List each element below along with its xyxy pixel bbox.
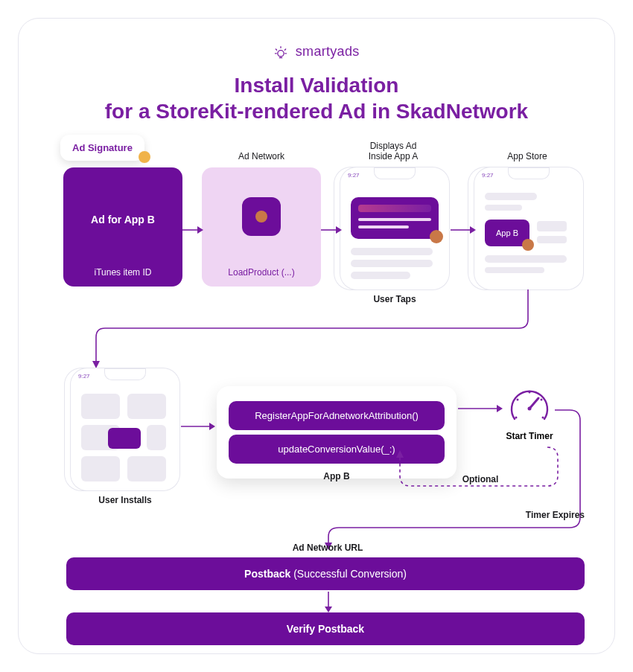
postback-bar: Postback (Successful Conversion): [66, 557, 585, 590]
label-timer-expires: Timer Expires: [465, 510, 585, 520]
dot-icon: [255, 211, 267, 223]
arrow-icon: [321, 225, 342, 234]
ad-for-app-b-box: Ad for App B iTunes item ID: [63, 167, 182, 287]
label-displays-ad: Displays Ad Inside App A: [339, 141, 448, 161]
verify-text: Verify Postback: [287, 623, 364, 635]
connector-timer-expires: [316, 406, 585, 547]
phone-time: 9:27: [348, 172, 360, 179]
ad-creative-icon: [242, 197, 281, 236]
arrow-icon: [451, 225, 476, 234]
load-product-fn: LoadProduct (...): [202, 267, 321, 278]
phone-time: 9:27: [482, 172, 494, 179]
phone-notch-icon: [508, 167, 550, 179]
store-app-b-tile: App B: [485, 220, 529, 246]
tap-dot-icon: [522, 239, 534, 251]
label-user-installs: User Installs: [71, 495, 179, 505]
page-title: Install Validation for a StoreKit-render…: [19, 72, 614, 124]
title-line-2: for a StoreKit-rendered Ad in SkadNetwor…: [19, 98, 614, 124]
diagram-card: smartyads Install Validation for a Store…: [18, 18, 615, 654]
connector-store-to-install: [90, 289, 537, 371]
ad-box-subtitle: iTunes item ID: [63, 267, 182, 278]
arrow-icon: [181, 422, 215, 431]
arrow-icon: [182, 225, 203, 234]
label-ad-network: Ad Network: [202, 151, 321, 161]
phone-notch-icon: [374, 167, 416, 179]
ad-signature-text: Ad Signature: [72, 142, 133, 153]
title-line-1: Install Validation: [19, 72, 614, 98]
in-app-ad: [351, 197, 439, 239]
phone-time: 9:27: [78, 373, 90, 380]
svg-point-17: [517, 399, 519, 401]
phone-user-installs: 9:27: [71, 368, 179, 490]
postback-strong: Postback: [244, 568, 290, 580]
ad-network-box: LoadProduct (...): [202, 167, 321, 287]
tap-dot-icon: [430, 230, 443, 243]
phone-app-store: 9:27 App B: [474, 167, 583, 289]
label-ad-network-url: Ad Network URL: [242, 543, 413, 553]
svg-point-18: [541, 399, 543, 401]
arrow-down-icon: [322, 592, 334, 612]
ad-signature-chip: Ad Signature: [60, 135, 144, 161]
postback-rest: (Successful Conversion): [290, 568, 407, 580]
svg-point-16: [529, 391, 531, 394]
dot-icon: [139, 151, 150, 163]
svg-marker-4: [336, 226, 342, 234]
lightbulb-icon: [273, 45, 292, 60]
svg-marker-2: [197, 226, 203, 234]
svg-marker-9: [209, 423, 215, 430]
verify-postback-bar: Verify Postback: [66, 612, 585, 645]
svg-marker-6: [470, 226, 476, 234]
ad-box-title: Ad for App B: [63, 214, 182, 225]
brand-logo: smartyads: [19, 44, 614, 61]
brand-text: smartyads: [296, 44, 360, 59]
phone-notch-icon: [104, 368, 146, 380]
label-app-store: App Store: [473, 151, 582, 161]
installed-app-tile: [108, 428, 141, 449]
svg-point-0: [278, 51, 284, 57]
svg-marker-22: [325, 607, 332, 612]
phone-app-a: 9:27: [340, 167, 449, 289]
svg-marker-7: [92, 361, 100, 368]
